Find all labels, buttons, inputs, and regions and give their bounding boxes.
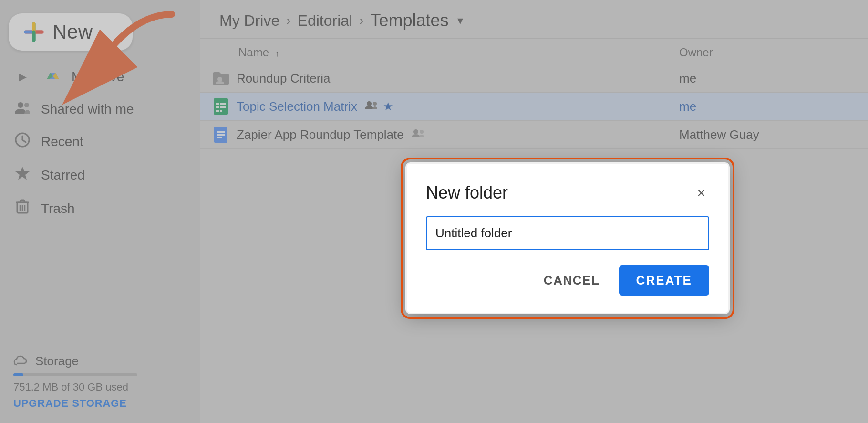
modal-actions: CANCEL CREATE (426, 265, 709, 296)
modal-close-button[interactable]: × (693, 184, 709, 202)
cancel-button[interactable]: CANCEL (534, 266, 610, 295)
modal-title: New folder (426, 183, 508, 203)
modal-header: New folder × (426, 183, 709, 203)
new-folder-modal: New folder × CANCEL CREATE (405, 162, 730, 314)
create-button[interactable]: CREATE (619, 265, 709, 296)
folder-name-input[interactable] (426, 216, 709, 250)
